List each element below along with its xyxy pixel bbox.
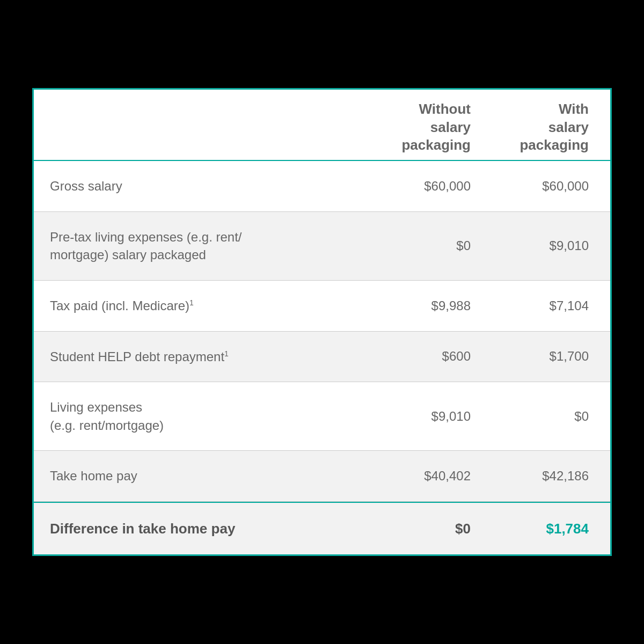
row-val-help-without: $600	[374, 332, 492, 382]
row-val-gross-salary-with: $60,000	[492, 161, 610, 211]
header-col-without: Without salary packaging	[374, 100, 492, 155]
row-val-tax-with: $7,104	[492, 281, 610, 331]
table-body: Gross salary $60,000 $60,000 Pre-tax liv…	[34, 161, 610, 502]
table-row: Tax paid (incl. Medicare)1 $9,988 $7,104	[34, 281, 610, 332]
footer-row: Difference in take home pay $0 $1,784	[34, 502, 610, 554]
table-row: Take home pay $40,402 $42,186	[34, 451, 610, 502]
header-empty-col	[34, 100, 374, 155]
row-val-help-with: $1,700	[492, 332, 610, 382]
row-val-pretax-without: $0	[374, 212, 492, 280]
footer-val-with: $1,784	[492, 503, 610, 554]
row-label-gross-salary: Gross salary	[34, 161, 374, 211]
footer-val-without: $0	[374, 503, 492, 554]
row-val-takehome-with: $42,186	[492, 451, 610, 501]
comparison-table: Without salary packaging With salary pac…	[32, 88, 612, 557]
row-label-takehome: Take home pay	[34, 451, 374, 501]
row-val-pretax-with: $9,010	[492, 212, 610, 280]
row-val-takehome-without: $40,402	[374, 451, 492, 501]
row-val-tax-without: $9,988	[374, 281, 492, 331]
row-label-tax: Tax paid (incl. Medicare)1	[34, 281, 374, 331]
table-row: Gross salary $60,000 $60,000	[34, 161, 610, 212]
row-label-living: Living expenses(e.g. rent/mortgage)	[34, 382, 374, 450]
table-row: Living expenses(e.g. rent/mortgage) $9,0…	[34, 382, 610, 451]
row-label-pretax: Pre-tax living expenses (e.g. rent/mortg…	[34, 212, 374, 280]
footer-label: Difference in take home pay	[34, 503, 374, 554]
header-col-with: With salary packaging	[492, 100, 610, 155]
row-val-gross-salary-without: $60,000	[374, 161, 492, 211]
table-header: Without salary packaging With salary pac…	[34, 90, 610, 161]
table-row: Student HELP debt repayment1 $600 $1,700	[34, 332, 610, 383]
row-val-living-without: $9,010	[374, 382, 492, 450]
row-val-living-with: $0	[492, 382, 610, 450]
table-row: Pre-tax living expenses (e.g. rent/mortg…	[34, 212, 610, 281]
row-label-help: Student HELP debt repayment1	[34, 332, 374, 382]
